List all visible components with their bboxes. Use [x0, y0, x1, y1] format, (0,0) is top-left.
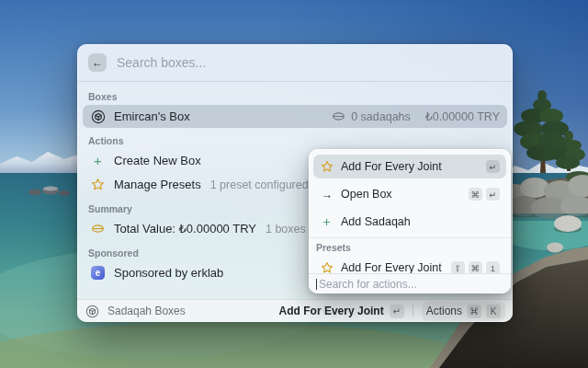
return-key: ↵ [390, 305, 404, 318]
sponsored-label: Sponsored by erklab [114, 266, 223, 280]
k-key: K [486, 305, 501, 318]
plus-icon: + [320, 214, 334, 229]
action-open-box[interactable]: → Open Box ⌘ ↵ [313, 182, 506, 206]
action-add-sadaqah[interactable]: + Add Sadaqah [313, 210, 506, 234]
one-key: 1 [486, 261, 500, 274]
box-row-emircans-box[interactable]: Emircan's Box 0 sadaqahs ₺0.00000 TRY [83, 105, 507, 128]
return-key: ↵ [486, 160, 500, 173]
actions-search-input[interactable]: Search for actions... [319, 278, 417, 291]
star-icon [90, 178, 106, 192]
box-icon [90, 109, 106, 124]
primary-action-button[interactable]: Add For Every Joint [279, 305, 384, 317]
action-label: Open Box [341, 188, 392, 201]
actions-panel: Add For Every Joint ↵ → Open Box ⌘ ↵ + [309, 149, 511, 293]
total-value-label: Total Value: ₺0.00000 TRY [114, 222, 256, 236]
section-label-actions: Actions [88, 135, 502, 146]
coin-icon [332, 109, 345, 124]
app-name: Sadaqah Boxes [107, 305, 186, 317]
section-label-boxes: Boxes [88, 91, 502, 102]
manage-presets-label: Manage Presets [114, 178, 201, 191]
box-value: ₺0.00000 TRY [425, 109, 500, 123]
search-input[interactable]: Search boxes... [117, 55, 206, 70]
plus-icon: + [90, 154, 106, 168]
coin-icon [90, 222, 106, 236]
erklab-icon: e [90, 266, 106, 281]
preset-label: Add For Every Joint [341, 261, 442, 274]
actions-menu-button[interactable]: Actions ⌘ K [422, 302, 505, 321]
desktop: ← Search boxes... Boxes Emircan's Box [0, 0, 588, 368]
manage-presets-subtitle: 1 preset configured [210, 178, 309, 191]
action-label: Add Sadaqah [341, 215, 411, 228]
arrow-right-icon: → [320, 187, 334, 201]
box-sadaqah-count: 0 sadaqahs [351, 110, 411, 123]
box-title: Emircan's Box [114, 109, 190, 123]
footer-divider [413, 305, 413, 317]
status-bar: Sadaqah Boxes Add For Every Joint ↵ Acti… [77, 299, 513, 322]
shift-key: ⇧ [451, 261, 465, 274]
back-icon: ← [92, 56, 103, 69]
text-cursor [316, 279, 317, 290]
actions-search-bar[interactable]: Search for actions... [309, 273, 511, 293]
panel-divider [309, 237, 511, 238]
search-bar: ← Search boxes... [77, 44, 513, 82]
cmd-key: ⌘ [469, 188, 483, 201]
section-label-presets: Presets [316, 242, 503, 253]
app-box-icon [85, 304, 100, 318]
cmd-key: ⌘ [469, 261, 483, 274]
back-button[interactable]: ← [88, 53, 107, 72]
action-label: Add For Every Joint [341, 160, 442, 173]
return-key: ↵ [486, 188, 500, 201]
cmd-key: ⌘ [467, 305, 481, 318]
action-add-for-every-joint[interactable]: Add For Every Joint ↵ [313, 155, 506, 178]
star-icon [320, 159, 334, 174]
create-new-box-label: Create New Box [114, 154, 201, 167]
